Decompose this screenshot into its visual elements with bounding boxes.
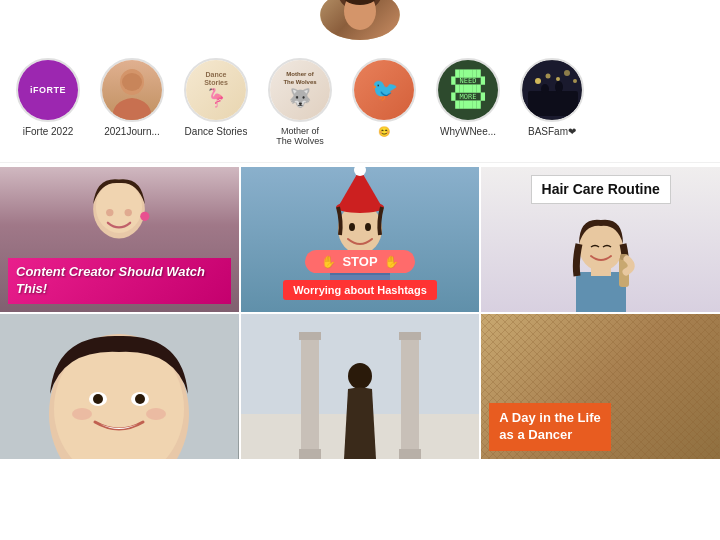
svg-point-15	[96, 181, 142, 233]
story-circle-iforte[interactable]: iFORTE	[16, 58, 80, 122]
svg-rect-51	[399, 449, 421, 459]
svg-point-40	[135, 394, 145, 404]
grid-row-2: A Day in the Life as a Dancer	[0, 314, 720, 459]
svg-rect-50	[399, 332, 421, 340]
circle-whyw-bg: ███████ NEED ████████ MORE ███████	[438, 60, 498, 120]
person-circle-bg	[102, 60, 162, 120]
grid-row-1: Content Creator Should Watch This!	[0, 167, 720, 312]
face-card-bg	[0, 314, 239, 459]
svg-point-7	[535, 78, 541, 84]
svg-rect-46	[301, 334, 319, 459]
hair-care-title: Hair Care Routine	[531, 175, 671, 204]
iforte-label: iFORTE	[30, 85, 66, 96]
story-label-bff: 😊	[378, 126, 390, 137]
circle-bff-bg: 🐦	[354, 60, 414, 120]
svg-point-25	[365, 223, 371, 231]
story-circle-mother[interactable]: Mother ofThe Wolves 🐺	[268, 58, 332, 122]
story-item-2021journ[interactable]: 2021Journ...	[96, 58, 168, 137]
grid-cell-face[interactable]	[0, 314, 239, 459]
pillar-card-bg	[241, 314, 480, 459]
stop-worrying-bg: STOP Worrying about Hashtags	[241, 167, 480, 312]
svg-point-24	[349, 223, 355, 231]
story-item-whyw[interactable]: ███████ NEED ████████ MORE ███████ WhyWN…	[432, 58, 504, 137]
svg-rect-29	[576, 272, 626, 312]
story-item-iforte[interactable]: iFORTE iForte 2022	[12, 58, 84, 137]
svg-rect-6	[528, 91, 578, 116]
grid-cell-content-creator[interactable]: Content Creator Should Watch This!	[0, 167, 239, 312]
svg-point-10	[564, 70, 570, 76]
story-item-bff[interactable]: 🐦 😊	[348, 58, 420, 137]
grid-cell-dancer[interactable]: A Day in the Life as a Dancer	[481, 314, 720, 459]
svg-rect-49	[401, 334, 419, 459]
stories-row: iFORTE iForte 2022 2021Journ...	[12, 58, 708, 146]
svg-point-42	[146, 408, 166, 420]
story-circle-basfam[interactable]	[520, 58, 584, 122]
dancer-label: A Day in the Life as a Dancer	[489, 403, 610, 451]
svg-point-12	[541, 84, 549, 94]
svg-point-4	[122, 73, 142, 91]
worrying-label: Worrying about Hashtags	[283, 280, 437, 300]
story-label-basfam: BASFam❤	[528, 126, 576, 137]
page-container: iFORTE iForte 2022 2021Journ...	[0, 0, 720, 540]
stories-section: iFORTE iForte 2022 2021Journ...	[0, 50, 720, 163]
svg-point-9	[556, 77, 560, 81]
story-label-2021journ: 2021Journ...	[104, 126, 160, 137]
grid-cell-pillar[interactable]	[241, 314, 480, 459]
whyw-text: ███████ NEED ████████ MORE ███████	[449, 69, 487, 111]
story-item-basfam[interactable]: BASFam❤	[516, 58, 588, 137]
svg-point-13	[555, 81, 563, 93]
svg-rect-47	[299, 332, 321, 340]
story-circle-bff[interactable]: 🐦	[352, 58, 416, 122]
svg-point-39	[93, 394, 103, 404]
content-creator-bg: Content Creator Should Watch This!	[0, 167, 239, 312]
story-item-dance[interactable]: DanceStories 🦩 Dance Stories	[180, 58, 252, 137]
svg-point-8	[546, 74, 551, 79]
top-avatar-row	[0, 0, 720, 50]
svg-point-16	[106, 209, 113, 216]
dance-text: DanceStories	[204, 71, 228, 88]
dancer-label-line1: A Day in the Life	[499, 410, 600, 425]
dancer-card-bg: A Day in the Life as a Dancer	[481, 314, 720, 459]
story-label-iforte: iForte 2022	[23, 126, 74, 137]
svg-rect-48	[299, 449, 321, 459]
mother-emoji: 🐺	[289, 87, 311, 109]
story-circle-dance[interactable]: DanceStories 🦩	[184, 58, 248, 122]
story-label-whyw: WhyWNee...	[440, 126, 496, 137]
grid-cell-hair-care[interactable]: Hair Care Routine	[481, 167, 720, 312]
circle-basfam-bg	[522, 60, 582, 120]
svg-point-11	[573, 79, 577, 83]
story-circle-whyw[interactable]: ███████ NEED ████████ MORE ███████	[436, 58, 500, 122]
hair-care-bg: Hair Care Routine	[481, 167, 720, 312]
mother-text: Mother ofThe Wolves	[283, 71, 316, 87]
story-label-mother: Mother ofThe Wolves	[276, 126, 323, 146]
story-item-mother[interactable]: Mother ofThe Wolves 🐺 Mother ofThe Wolve…	[264, 58, 336, 146]
svg-point-45	[348, 363, 372, 389]
circle-dance-bg: DanceStories 🦩	[186, 60, 246, 120]
top-avatar	[320, 0, 400, 40]
bff-emoji: 🐦	[371, 77, 398, 103]
svg-point-18	[141, 212, 150, 221]
svg-point-17	[125, 209, 132, 216]
circle-mother-bg: Mother ofThe Wolves 🐺	[270, 60, 330, 120]
top-avatar-img	[320, 0, 400, 40]
content-creator-label: Content Creator Should Watch This!	[8, 258, 231, 304]
grid-cell-stop-worrying[interactable]: STOP Worrying about Hashtags	[241, 167, 480, 312]
story-label-dance: Dance Stories	[185, 126, 248, 137]
story-circle-2021journ[interactable]	[100, 58, 164, 122]
dancer-label-line2: as a Dancer	[499, 427, 572, 442]
svg-point-41	[72, 408, 92, 420]
dance-emoji: 🦩	[205, 87, 227, 109]
circle-iforte-bg: iFORTE	[18, 60, 78, 120]
stop-badge: STOP	[305, 250, 414, 273]
svg-point-28	[354, 167, 366, 176]
grid-section: Content Creator Should Watch This!	[0, 163, 720, 465]
